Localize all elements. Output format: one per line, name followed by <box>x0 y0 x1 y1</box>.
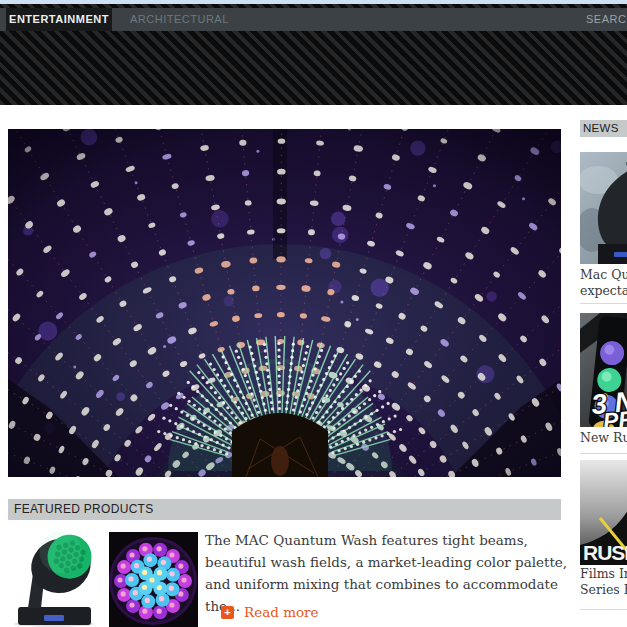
news-item-3-title-line: Films Inspired by the RUSH <box>580 566 627 582</box>
news-item-1-title-line: Mac Quantum Wash exceeds <box>580 267 627 283</box>
main-nav: ENTERTAINMENT ARCHITECTURAL SEARCH <box>0 8 627 31</box>
svg-text:RUSH: RUSH <box>583 541 627 564</box>
product-image-mac-quantum[interactable] <box>8 528 101 627</box>
tab-architectural[interactable]: ARCHITECTURAL <box>130 8 229 31</box>
divider <box>580 453 627 454</box>
news-item-3-thumbnail[interactable]: RUSH <box>580 460 627 565</box>
top-accent-bar <box>0 0 627 4</box>
search-link[interactable]: SEARCH <box>586 8 627 31</box>
product-image-led-array[interactable] <box>109 532 198 627</box>
read-more-link[interactable]: + Read more <box>221 604 319 620</box>
led-wash-array-photo <box>109 532 198 627</box>
hero-image[interactable] <box>8 129 561 477</box>
news-item-3-title-line: Series Highlights <box>580 582 627 598</box>
rush-film-photo: RUSH <box>580 460 627 565</box>
news-item-2-thumbnail[interactable]: 3 N PR <box>580 313 627 427</box>
hero-led-installation-graphic <box>8 129 561 477</box>
news-item-1-title[interactable]: Mac Quantum Wash exceeds expectations <box>580 267 627 298</box>
news-section-header: NEWS <box>580 120 627 137</box>
read-more-label: Read more <box>244 604 319 620</box>
news-item-2-title[interactable]: New Rush fixtures announced <box>580 430 627 446</box>
plus-icon: + <box>221 606 234 619</box>
divider <box>580 609 627 610</box>
mac-quantum-fixture-photo <box>8 528 101 627</box>
news-item-2-title-line: New Rush fixtures announced <box>580 430 627 446</box>
moving-head-fixture-photo <box>580 152 627 264</box>
divider <box>580 303 627 304</box>
news-item-1-thumbnail[interactable] <box>580 152 627 264</box>
rush-promo-photo: 3 N PR <box>580 313 627 427</box>
news-item-1-title-line: expectations <box>580 283 627 299</box>
page: ENTERTAINMENT ARCHITECTURAL SEARCH <box>0 0 627 627</box>
featured-products-header: FEATURED PRODUCTS <box>8 499 561 520</box>
svg-text:PR: PR <box>602 406 627 427</box>
tab-entertainment[interactable]: ENTERTAINMENT <box>6 8 112 31</box>
news-item-3-title[interactable]: Films Inspired by the RUSH Series Highli… <box>580 566 627 597</box>
